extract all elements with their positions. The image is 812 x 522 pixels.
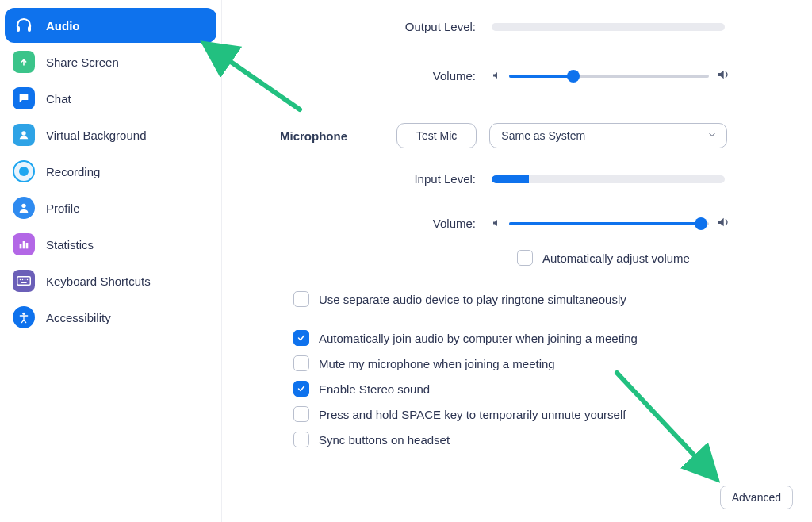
sidebar-item-label: Share Screen	[46, 56, 119, 69]
svg-point-9	[20, 279, 21, 281]
output-volume-label: Volume:	[222, 69, 492, 83]
sidebar-item-chat[interactable]: Chat	[5, 81, 216, 116]
chevron-down-icon	[707, 129, 717, 142]
sidebar-item-label: Statistics	[46, 238, 94, 251]
microphone-device-selected: Same as System	[501, 129, 585, 142]
enable-stereo-checkbox[interactable]	[293, 381, 309, 397]
keyboard-icon	[13, 270, 35, 292]
svg-rect-0	[17, 26, 20, 32]
svg-point-4	[21, 204, 25, 208]
input-volume-label: Volume:	[222, 217, 492, 230]
volume-high-icon	[717, 68, 730, 83]
headphones-icon	[13, 14, 35, 36]
test-mic-button[interactable]: Test Mic	[396, 123, 477, 148]
svg-point-3	[21, 131, 25, 135]
space-unmute-checkbox[interactable]	[293, 406, 309, 422]
sync-headset-label: Sync buttons on headset	[319, 433, 450, 447]
accessibility-icon	[13, 306, 35, 328]
sidebar-item-statistics[interactable]: Statistics	[5, 227, 216, 262]
auto-adjust-volume-label: Automatically adjust volume	[542, 251, 690, 265]
microphone-device-select[interactable]: Same as System	[489, 123, 727, 148]
sidebar-item-label: Keyboard Shortcuts	[46, 274, 151, 288]
chat-icon	[13, 87, 35, 109]
svg-point-14	[22, 313, 25, 315]
statistics-icon	[13, 233, 35, 255]
sidebar-item-virtual-background[interactable]: Virtual Background	[5, 117, 216, 152]
settings-sidebar: Audio Share Screen Chat	[0, 0, 222, 522]
share-screen-icon	[13, 51, 35, 73]
sidebar-item-recording[interactable]: Recording	[5, 154, 216, 189]
volume-low-icon	[492, 217, 501, 230]
sync-headset-checkbox[interactable]	[293, 432, 309, 447]
advanced-button[interactable]: Advanced	[720, 486, 793, 509]
auto-adjust-volume-checkbox[interactable]	[517, 250, 533, 266]
recording-icon	[13, 160, 35, 182]
sidebar-item-audio[interactable]: Audio	[5, 8, 216, 43]
sidebar-item-accessibility[interactable]: Accessibility	[5, 300, 216, 335]
sidebar-item-label: Recording	[46, 165, 100, 178]
mute-mic-on-join-label: Mute my microphone when joining a meetin…	[319, 357, 555, 370]
sidebar-item-label: Profile	[46, 202, 80, 215]
sidebar-item-share-screen[interactable]: Share Screen	[5, 44, 216, 79]
mute-mic-on-join-checkbox[interactable]	[293, 355, 309, 371]
sidebar-item-label: Audio	[46, 19, 80, 33]
sidebar-item-label: Chat	[46, 92, 71, 106]
ringtone-device-checkbox[interactable]	[293, 291, 309, 307]
virtual-background-icon	[13, 124, 35, 146]
svg-rect-6	[23, 241, 25, 248]
input-level-label: Input Level:	[222, 172, 492, 186]
output-level-meter	[492, 23, 725, 31]
svg-point-11	[25, 279, 26, 281]
divider	[293, 317, 793, 317]
output-level-label: Output Level:	[222, 20, 492, 33]
sidebar-item-profile[interactable]: Profile	[5, 190, 216, 225]
ringtone-device-label: Use separate audio device to play ringto…	[319, 293, 626, 306]
auto-join-audio-checkbox[interactable]	[293, 330, 309, 346]
svg-point-12	[27, 279, 29, 281]
input-level-meter	[492, 175, 725, 183]
svg-point-10	[22, 279, 24, 281]
svg-rect-7	[26, 243, 29, 248]
output-volume-slider[interactable]	[509, 75, 709, 78]
audio-settings-panel: Output Level: Volume: Microphon	[222, 0, 812, 522]
svg-rect-13	[21, 282, 27, 284]
auto-join-audio-label: Automatically join audio by computer whe…	[319, 332, 638, 345]
profile-icon	[13, 197, 35, 219]
sidebar-item-label: Accessibility	[46, 311, 111, 324]
volume-low-icon	[492, 69, 501, 83]
sidebar-item-label: Virtual Background	[46, 129, 146, 142]
svg-rect-5	[20, 244, 22, 248]
space-unmute-label: Press and hold SPACE key to temporarily …	[319, 408, 626, 421]
microphone-section-label: Microphone	[222, 129, 363, 143]
svg-rect-1	[28, 26, 31, 32]
sidebar-item-keyboard-shortcuts[interactable]: Keyboard Shortcuts	[5, 263, 216, 298]
enable-stereo-label: Enable Stereo sound	[319, 382, 430, 396]
volume-high-icon	[717, 216, 730, 231]
svg-rect-8	[17, 277, 31, 286]
input-volume-slider[interactable]	[509, 222, 709, 225]
